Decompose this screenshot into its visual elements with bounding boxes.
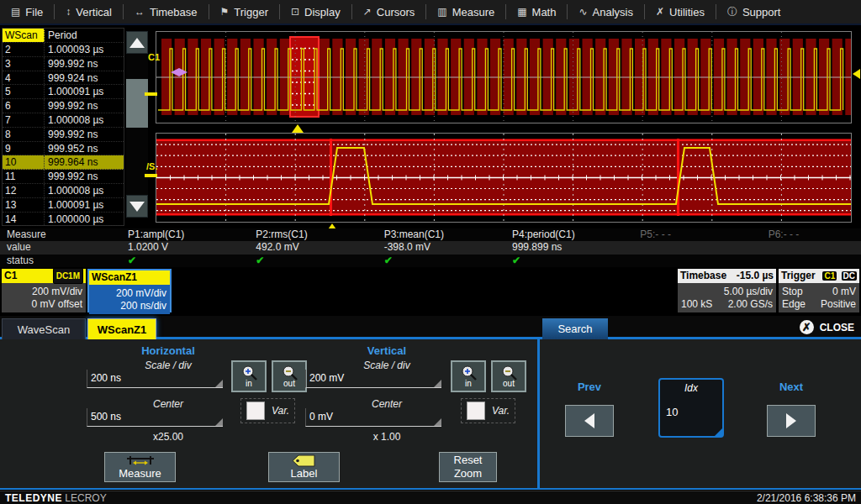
- table-row[interactable]: 141.000000 µs: [3, 213, 124, 227]
- v-var-control[interactable]: Var.: [461, 398, 515, 423]
- menu-item-timebase[interactable]: ↔Timebase: [124, 0, 209, 24]
- measure-param-value: [733, 241, 861, 254]
- datetime: 2/21/2016 6:38:36 PM: [757, 492, 856, 504]
- scroll-down-button[interactable]: [126, 195, 148, 218]
- menu-item-support[interactable]: ⓘSupport: [716, 0, 792, 24]
- h-zoom-out-button[interactable]: out: [272, 360, 307, 392]
- scrollbar-thumb[interactable]: [126, 79, 148, 128]
- trigger-box[interactable]: Trigger C1 DC Stop 0 mV Edge Positive: [779, 269, 859, 312]
- trigger-title: Trigger: [781, 269, 816, 283]
- reset-zoom-button[interactable]: Reset Zoom: [439, 452, 497, 482]
- reset-zoom-label-2: Zoom: [454, 467, 482, 480]
- measure-param-status: [733, 255, 861, 267]
- header-wscan: WScan: [3, 29, 45, 42]
- row-period: 1.000093 µs: [45, 43, 124, 56]
- menu-item-measure[interactable]: ▥Measure: [426, 0, 505, 24]
- menu-item-cursors[interactable]: ↗Cursors: [352, 0, 426, 24]
- measure-names-row: MeasureP1:ampl(C1)P2:rms(C1)P3:mean(C1)P…: [0, 228, 861, 241]
- zoom-zero-level-marker: [145, 174, 157, 177]
- row-index: 3: [3, 57, 45, 71]
- utilities-icon: ✗: [656, 6, 664, 18]
- menu-item-label: Cursors: [377, 6, 415, 18]
- measure-table: MeasureP1:ampl(C1)P2:rms(C1)P3:mean(C1)P…: [0, 228, 861, 267]
- idx-field[interactable]: Idx 10: [658, 378, 724, 438]
- wscanz1-descriptor-box[interactable]: WScanZ1 200 mV/div 200 ns/div: [87, 269, 172, 312]
- prev-button[interactable]: [565, 405, 614, 437]
- prev-icon: [584, 413, 594, 428]
- horizontal-section-title: Horizontal: [118, 344, 219, 357]
- timebase-box[interactable]: Timebase -15.0 µs 5.00 µs/div 100 kS 2.0…: [678, 269, 776, 312]
- vertical-icon: ↕: [66, 6, 71, 18]
- v-var-checkbox[interactable]: [467, 402, 485, 420]
- menu-bar: ▤File↕Vertical↔Timebase⚑Trigger⊡Display↗…: [0, 0, 861, 25]
- measure-param-status: [605, 255, 732, 267]
- menu-item-math[interactable]: ▦Math: [506, 0, 567, 24]
- menu-item-trigger[interactable]: ⚑Trigger: [209, 0, 279, 24]
- h-zoom-in-button[interactable]: in: [231, 360, 267, 392]
- trigger-level-arrow[interactable]: [853, 69, 860, 79]
- c1-descriptor-title: C1: [4, 269, 17, 283]
- table-row[interactable]: 3999.992 ns: [3, 57, 124, 71]
- h-center-field[interactable]: 500 ns: [87, 408, 223, 427]
- label-button-label: Label: [291, 467, 318, 480]
- table-row[interactable]: 51.000091 µs: [3, 85, 124, 99]
- close-label: CLOSE: [820, 322, 854, 333]
- top-trigger-position-marker[interactable]: [292, 124, 304, 133]
- zoom-waveform-grid[interactable]: [156, 133, 852, 223]
- measure-ruler-icon: [126, 455, 155, 467]
- tab-search[interactable]: Search: [542, 318, 608, 339]
- status-ok-icon: ✔: [256, 255, 264, 266]
- menu-item-display[interactable]: ⊡Display: [280, 0, 351, 24]
- menu-item-file[interactable]: ▤File: [0, 0, 54, 24]
- table-row[interactable]: 21.000093 µs: [3, 43, 124, 57]
- row-index: 9: [3, 142, 45, 155]
- table-row[interactable]: 131.000091 µs: [3, 198, 124, 213]
- row-period: 999.992 ns: [45, 57, 124, 71]
- menu-item-label: Measure: [452, 6, 495, 18]
- tab-wscanz1[interactable]: WScanZ1: [87, 318, 156, 339]
- table-row[interactable]: 4999.924 ns: [3, 71, 124, 86]
- file-icon: ▤: [11, 6, 20, 18]
- table-scrollbar[interactable]: [126, 31, 148, 218]
- label-button[interactable]: Label: [268, 452, 340, 482]
- table-row[interactable]: 6999.992 ns: [3, 99, 124, 113]
- v-zoom-out-button[interactable]: out: [491, 360, 526, 392]
- v-scale-field[interactable]: 200 mV: [305, 370, 441, 388]
- menu-item-analysis[interactable]: ∿Analysis: [568, 0, 643, 24]
- h-scale-field[interactable]: 200 ns: [87, 370, 223, 388]
- table-row[interactable]: 11999.992 ns: [3, 170, 124, 184]
- measure-button[interactable]: Measure: [104, 452, 176, 482]
- timebase-samples: 100 kS: [681, 298, 712, 310]
- scroll-up-button[interactable]: [126, 31, 148, 54]
- tab-wavescan[interactable]: WaveScan: [2, 318, 86, 339]
- row-period: 999.992 ns: [45, 128, 124, 141]
- row-index: 4: [3, 71, 45, 85]
- analysis-icon: ∿: [578, 6, 587, 18]
- menu-item-utilities[interactable]: ✗Utilities: [645, 0, 716, 24]
- trigger-icon: ⚑: [220, 6, 230, 18]
- main-waveform-grid[interactable]: [156, 31, 852, 123]
- wavescan-results-table[interactable]: WScanPeriod21.000093 µs3999.992 ns4999.9…: [2, 28, 124, 226]
- v-center-field[interactable]: 0 mV: [305, 408, 441, 427]
- table-row[interactable]: 10999.964 ns: [3, 155, 124, 170]
- v-zoom-in-button[interactable]: in: [451, 360, 486, 392]
- h-var-control[interactable]: Var.: [240, 398, 295, 423]
- c1-zero-level-marker: [145, 92, 157, 96]
- v-zoom-in-label: in: [465, 379, 472, 388]
- close-button[interactable]: ✗ CLOSE: [800, 320, 854, 334]
- menu-item-vertical[interactable]: ↕Vertical: [55, 0, 123, 24]
- c1-descriptor-box[interactable]: C1 DC1M 200 mV/div 0 mV offset: [2, 269, 86, 312]
- next-button[interactable]: [767, 405, 816, 437]
- table-row[interactable]: 121.000008 µs: [3, 184, 124, 198]
- h-var-label: Var.: [272, 405, 289, 417]
- table-row[interactable]: 8999.992 ns: [3, 128, 124, 142]
- table-row[interactable]: 9999.952 ns: [3, 142, 124, 156]
- measure-button-label: Measure: [119, 467, 161, 480]
- measure-values-row: value1.0200 V492.0 mV-398.0 mV999.899 ns: [0, 241, 861, 254]
- row-period: 1.000008 µs: [45, 113, 124, 127]
- h-var-checkbox[interactable]: [246, 402, 265, 420]
- dialog-tab-bar: WaveScan WScanZ1 Search ✗ CLOSE: [0, 316, 861, 339]
- measure-param-status: ✔: [220, 255, 348, 267]
- table-row[interactable]: 71.000008 µs: [3, 113, 124, 128]
- menu-item-label: Trigger: [234, 6, 268, 18]
